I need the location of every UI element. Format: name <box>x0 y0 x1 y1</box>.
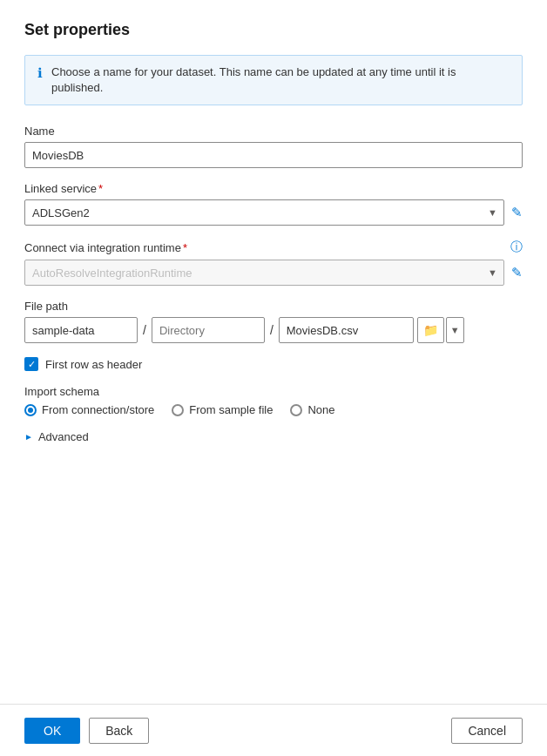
info-banner-text: Choose a name for your dataset. This nam… <box>51 64 510 96</box>
radio-none[interactable]: None <box>290 403 334 416</box>
radio-none-circle <box>290 404 302 416</box>
file-path-filename-input[interactable] <box>279 317 414 343</box>
integration-runtime-select[interactable]: AutoResolveIntegrationRuntime <box>24 260 504 286</box>
path-separator-1: / <box>138 323 152 337</box>
chevron-down-icon: ▼ <box>450 325 460 335</box>
first-row-header-group: ✓ First row as header <box>24 357 523 371</box>
browse-folder-button[interactable]: 📁 <box>417 317 444 343</box>
linked-service-row: ADLSGen2 ▼ ✎ <box>24 199 523 226</box>
import-schema-options: From connection/store From sample file N… <box>24 403 523 416</box>
radio-from-connection-circle <box>24 404 37 416</box>
integration-info-icon[interactable]: ⓘ <box>510 240 523 255</box>
radio-from-connection-label: From connection/store <box>42 403 154 416</box>
info-banner: ℹ Choose a name for your dataset. This n… <box>24 55 523 105</box>
radio-from-sample[interactable]: From sample file <box>172 403 273 416</box>
path-separator-2: / <box>265 323 279 337</box>
radio-dot <box>28 408 33 413</box>
integration-runtime-select-wrapper: AutoResolveIntegrationRuntime ▼ <box>24 260 504 286</box>
radio-from-sample-label: From sample file <box>189 403 273 416</box>
advanced-arrow-icon: ► <box>24 432 33 442</box>
file-path-group: File path / / 📁 ▼ <box>24 300 523 343</box>
back-button[interactable]: Back <box>89 718 149 744</box>
linked-service-select-wrapper: ADLSGen2 ▼ <box>24 199 504 226</box>
folder-icon: 📁 <box>423 323 438 337</box>
advanced-section[interactable]: ► Advanced <box>24 430 523 443</box>
file-path-directory-input[interactable] <box>152 317 265 343</box>
integration-runtime-group: Connect via integration runtime* ⓘ AutoR… <box>24 240 523 286</box>
page-title: Set properties <box>24 21 523 39</box>
first-row-header-checkbox[interactable]: ✓ <box>24 357 38 371</box>
integration-label: Connect via integration runtime* <box>24 241 187 254</box>
import-schema-group: Import schema From connection/store From… <box>24 385 523 416</box>
linked-service-group: Linked service* ADLSGen2 ▼ ✎ <box>24 182 523 226</box>
name-label: Name <box>24 125 523 138</box>
cancel-button[interactable]: Cancel <box>451 718 523 744</box>
linked-service-edit-icon[interactable]: ✎ <box>511 205 523 220</box>
first-row-header-label: First row as header <box>45 358 142 371</box>
file-path-label: File path <box>24 300 523 313</box>
ok-button[interactable]: OK <box>24 718 80 744</box>
file-path-container-input[interactable] <box>24 317 138 343</box>
checkmark-icon: ✓ <box>28 360 36 369</box>
advanced-label: Advanced <box>38 430 89 443</box>
radio-from-sample-circle <box>172 404 184 416</box>
linked-service-select[interactable]: ADLSGen2 <box>24 199 504 226</box>
file-path-inputs: / / 📁 ▼ <box>24 317 523 343</box>
path-icons: 📁 ▼ <box>417 317 464 343</box>
footer-left-buttons: OK Back <box>24 718 149 744</box>
name-input[interactable] <box>24 142 523 168</box>
integration-runtime-edit-icon[interactable]: ✎ <box>511 265 523 280</box>
linked-service-label: Linked service* <box>24 182 523 195</box>
footer: OK Back Cancel <box>0 704 547 756</box>
expand-path-button[interactable]: ▼ <box>446 317 464 343</box>
import-schema-label: Import schema <box>24 385 523 398</box>
integration-label-row: Connect via integration runtime* ⓘ <box>24 240 523 255</box>
radio-from-connection[interactable]: From connection/store <box>24 403 154 416</box>
integration-runtime-row: AutoResolveIntegrationRuntime ▼ ✎ <box>24 260 523 286</box>
radio-none-label: None <box>307 403 334 416</box>
info-icon: ℹ <box>37 65 43 81</box>
name-field-group: Name <box>24 125 523 168</box>
